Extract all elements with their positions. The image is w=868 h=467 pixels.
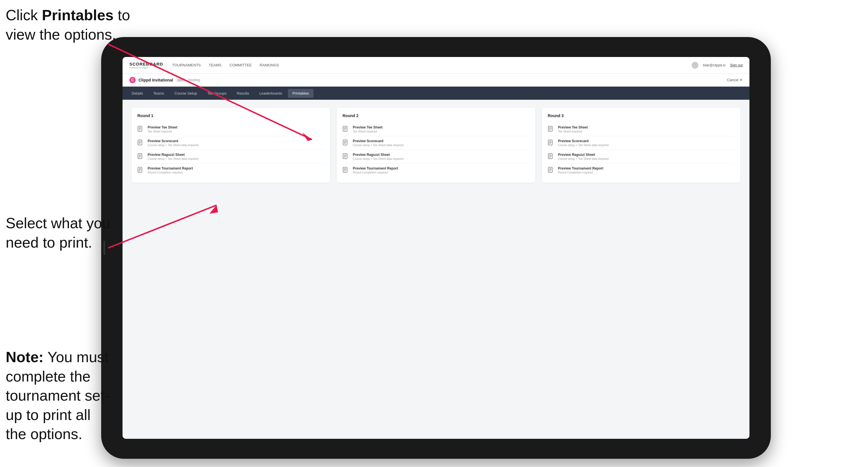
annotation-top: Click Printables toview the options. [6, 6, 130, 44]
rounds-container: Round 1 Preview Tee Sheet [132, 108, 740, 183]
tournament-icon: C [129, 77, 136, 83]
r2-raguzzi-title: Preview Raguzzi Sheet [353, 153, 403, 157]
r2-scorecard-icon [343, 139, 349, 147]
round2-raguzzi[interactable]: Preview Raguzzi Sheet Course setup + Tee… [343, 150, 529, 163]
round2-tournament-report[interactable]: Preview Tournament Report Round Completi… [343, 163, 529, 177]
cancel-button[interactable]: Cancel ✕ [727, 78, 743, 82]
r2-raguzzi-icon [343, 153, 349, 160]
r2-report-sub: Round Completion required [353, 171, 398, 174]
r3-scorecard-title: Preview Scorecard [558, 139, 609, 143]
r1-raguzzi-sub: Course setup + Tee Sheet data required [148, 157, 198, 160]
nav-committee[interactable]: COMMITTEE [229, 62, 252, 68]
round-2-column: Round 2 Preview Tee Sheet [337, 108, 535, 183]
sign-out-link[interactable]: Sign out [730, 63, 743, 67]
top-nav: SCOREBOARD Powered by clippd TOURNAMENTS… [123, 57, 749, 73]
r1-scorecard-sub: Course setup + Tee Sheet data required [148, 144, 198, 147]
main-content: Round 1 Preview Tee Sheet [123, 100, 749, 191]
round1-tournament-report[interactable]: Preview Tournament Report Round Completi… [137, 163, 324, 177]
tournament-name: Clippd Invitational [138, 78, 173, 82]
r1-teesheet-title: Preview Tee Sheet [148, 125, 178, 129]
round-2-title: Round 2 [343, 114, 529, 118]
r1-report-sub: Round Completion required [148, 171, 193, 174]
tab-tee-groups[interactable]: Tee Groups [203, 89, 231, 98]
r2-scorecard-title: Preview Scorecard [353, 139, 403, 143]
r3-scorecard-icon [548, 139, 555, 147]
tournament-report-icon [137, 167, 144, 174]
r3-report-title: Preview Tournament Report [558, 166, 603, 170]
user-email: blair@clippd.io [703, 63, 725, 67]
tab-details[interactable]: Details [127, 89, 148, 98]
round3-scorecard[interactable]: Preview Scorecard Course setup + Tee She… [548, 136, 735, 150]
annotation-mid: Select what you need to print. [6, 214, 114, 252]
round1-tee-sheet[interactable]: Preview Tee Sheet Tee Sheet required [137, 123, 324, 136]
round2-tee-sheet[interactable]: Preview Tee Sheet Tee Sheet required [343, 123, 529, 136]
r2-teesheet-icon [343, 126, 349, 133]
tab-course-setup[interactable]: Course Setup [170, 89, 202, 98]
r2-scorecard-sub: Course setup + Tee Sheet data required [353, 144, 403, 147]
round-3-column: Round 3 Preview Tee Sheet [542, 108, 740, 183]
r3-scorecard-sub: Course setup + Tee Sheet data required [558, 144, 609, 147]
r2-report-icon [343, 167, 349, 174]
round3-tournament-report[interactable]: Preview Tournament Report Round Completi… [548, 163, 735, 177]
round-1-title: Round 1 [137, 114, 324, 118]
round-3-title: Round 3 [548, 114, 735, 118]
tab-bar: Details Teams Course Setup Tee Groups Re… [123, 87, 749, 100]
tablet-screen: SCOREBOARD Powered by clippd TOURNAMENTS… [123, 57, 749, 439]
sub-bar: C Clippd Invitational Men Hosting Cancel… [123, 73, 749, 87]
tab-teams[interactable]: Teams [149, 89, 169, 98]
r3-report-icon [548, 167, 555, 174]
round1-raguzzi[interactable]: Preview Raguzzi Sheet Course setup + Tee… [137, 150, 324, 163]
r2-raguzzi-sub: Course setup + Tee Sheet data required [353, 157, 403, 160]
logo-sub: Powered by clippd [129, 66, 163, 69]
tab-printables[interactable]: Printables [288, 89, 313, 98]
tournament-status: Hosting [188, 78, 200, 82]
r1-teesheet-sub: Tee Sheet required [148, 130, 178, 133]
round3-tee-sheet[interactable]: Preview Tee Sheet Tee Sheet required [548, 123, 735, 136]
user-avatar [692, 62, 699, 69]
top-nav-right: blair@clippd.io Sign out [692, 62, 743, 69]
r3-teesheet-title: Preview Tee Sheet [558, 125, 588, 129]
r3-report-sub: Round Completion required [558, 171, 603, 174]
r3-raguzzi-sub: Course setup + Tee Sheet data required [558, 157, 609, 160]
nav-rankings[interactable]: RANKINGS [259, 62, 279, 68]
tab-leaderboards[interactable]: Leaderboards [255, 89, 287, 98]
nav-tournaments[interactable]: TOURNAMENTS [172, 62, 200, 68]
round3-raguzzi[interactable]: Preview Raguzzi Sheet Course setup + Tee… [548, 150, 735, 163]
nav-teams[interactable]: TEAMS [209, 62, 222, 68]
tablet-frame: SCOREBOARD Powered by clippd TOURNAMENTS… [101, 37, 771, 459]
r2-teesheet-title: Preview Tee Sheet [353, 125, 383, 129]
top-nav-links: TOURNAMENTS TEAMS COMMITTEE RANKINGS [172, 62, 692, 68]
r3-raguzzi-title: Preview Raguzzi Sheet [558, 153, 609, 157]
r3-teesheet-sub: Tee Sheet required [558, 130, 588, 133]
round1-scorecard[interactable]: Preview Scorecard Course setup + Tee She… [137, 136, 324, 150]
r3-raguzzi-icon [548, 153, 555, 160]
scoreboard-logo: SCOREBOARD Powered by clippd [129, 62, 163, 69]
round-1-column: Round 1 Preview Tee Sheet [132, 108, 330, 183]
round2-scorecard[interactable]: Preview Scorecard Course setup + Tee She… [343, 136, 529, 150]
r1-report-title: Preview Tournament Report [148, 166, 193, 170]
annotation-bot: Note: You must complete the tournament s… [6, 348, 114, 444]
tournament-badge: Men [175, 78, 186, 82]
r2-report-title: Preview Tournament Report [353, 166, 398, 170]
r1-scorecard-title: Preview Scorecard [148, 139, 198, 143]
r1-raguzzi-title: Preview Raguzzi Sheet [148, 153, 198, 157]
r2-teesheet-sub: Tee Sheet required [353, 130, 383, 133]
tab-results[interactable]: Results [232, 89, 254, 98]
raguzzi-icon [137, 153, 144, 160]
scorecard-icon [137, 139, 144, 147]
tee-sheet-icon [137, 126, 144, 133]
logo-title: SCOREBOARD [129, 62, 163, 66]
r3-teesheet-icon [548, 126, 555, 133]
